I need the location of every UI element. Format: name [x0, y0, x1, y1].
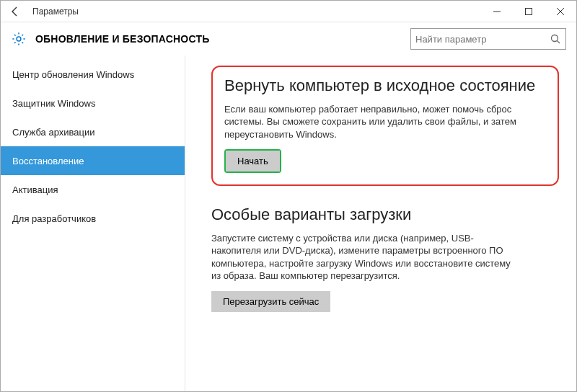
arrow-left-icon: [9, 6, 21, 17]
reset-pc-section: Вернуть компьютер в исходное состояние Е…: [211, 66, 559, 186]
body: Центр обновления Windows Защитник Window…: [1, 55, 576, 391]
search-box[interactable]: [410, 28, 566, 50]
start-button-highlight: Начать: [224, 149, 281, 173]
advanced-title: Особые варианты загрузки: [211, 205, 559, 225]
content: Вернуть компьютер в исходное состояние Е…: [185, 55, 576, 391]
sidebar-item-label: Служба архивации: [12, 127, 95, 138]
svg-rect-1: [526, 8, 532, 14]
close-button[interactable]: [545, 1, 576, 22]
minimize-button[interactable]: [481, 1, 513, 22]
svg-point-4: [17, 37, 21, 41]
search-input[interactable]: [415, 34, 550, 45]
sidebar-item-activation[interactable]: Активация: [1, 175, 185, 204]
sidebar-item-windows-update[interactable]: Центр обновления Windows: [1, 60, 185, 89]
sidebar-item-backup[interactable]: Служба архивации: [1, 117, 185, 146]
advanced-startup-section: Особые варианты загрузки Запустите систе…: [211, 205, 559, 312]
sidebar-item-label: Восстановление: [12, 156, 84, 166]
section-title: ОБНОВЛЕНИЕ И БЕЗОПАСНОСТЬ: [35, 33, 209, 45]
sidebar-item-label: Защитник Windows: [12, 98, 95, 109]
titlebar: Параметры: [1, 1, 576, 22]
sidebar-item-label: Для разработчиков: [12, 213, 96, 224]
advanced-desc: Запустите систему с устройства или диска…: [211, 232, 514, 282]
sidebar-item-defender[interactable]: Защитник Windows: [1, 89, 185, 117]
header: ОБНОВЛЕНИЕ И БЕЗОПАСНОСТЬ: [1, 22, 576, 55]
search-icon: [550, 33, 561, 45]
back-button[interactable]: [1, 1, 30, 22]
sidebar-item-developers[interactable]: Для разработчиков: [1, 204, 185, 233]
gear-icon: [11, 31, 27, 47]
close-icon: [556, 7, 565, 16]
maximize-button[interactable]: [513, 1, 545, 22]
svg-line-6: [558, 41, 560, 44]
window-title: Параметры: [32, 6, 79, 17]
settings-window: Параметры ОБНОВЛЕНИЕ И БЕЗОПАСНОСТЬ Цент…: [0, 0, 577, 392]
svg-point-5: [552, 35, 558, 42]
sidebar: Центр обновления Windows Защитник Window…: [1, 55, 185, 391]
sidebar-item-recovery[interactable]: Восстановление: [1, 146, 185, 175]
window-controls: [481, 1, 576, 22]
restart-now-button[interactable]: Перезагрузить сейчас: [211, 291, 330, 312]
maximize-icon: [524, 7, 533, 16]
reset-title: Вернуть компьютер в исходное состояние: [224, 76, 546, 96]
sidebar-item-label: Активация: [12, 184, 58, 195]
reset-desc: Если ваш компьютер работает неправильно,…: [224, 103, 527, 141]
start-button[interactable]: Начать: [226, 151, 280, 172]
minimize-icon: [493, 7, 501, 16]
sidebar-item-label: Центр обновления Windows: [12, 69, 134, 80]
